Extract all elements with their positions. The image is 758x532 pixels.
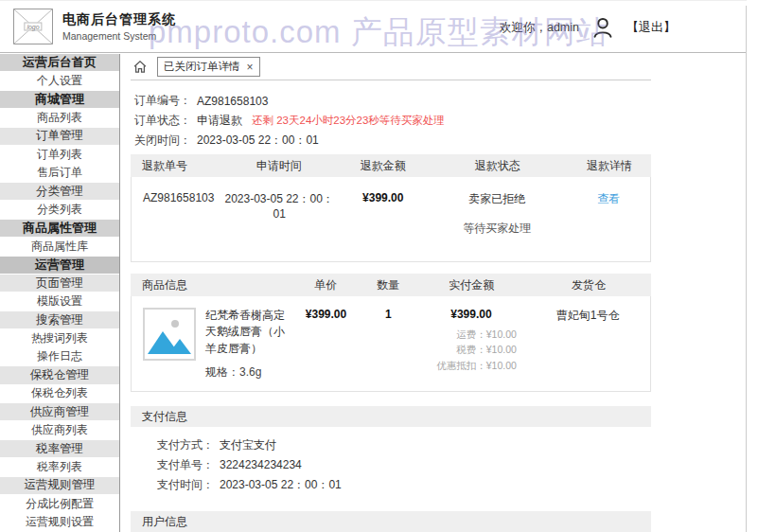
sidebar-item-aftersale-orders[interactable]: 售后订单	[0, 165, 119, 183]
refund-status-line1: 卖家已拒绝	[468, 191, 525, 207]
product-qty: 1	[360, 308, 416, 381]
logout-button[interactable]: 【退出】	[626, 19, 676, 36]
sidebar-group-tax-management[interactable]: 税率管理	[0, 440, 119, 458]
refund-detail: 查看	[567, 191, 650, 237]
app-header: logo 电商后台管理系统 Management System 欢迎你，admi…	[0, 0, 747, 53]
order-status-row: 订单状态： 申请退款 还剩 23天24小时23分23秒等待买家处理	[134, 111, 651, 131]
tab-bar: 已关闭订单详情 ×	[131, 54, 651, 80]
sidebar-group-order-management[interactable]: 订单管理	[0, 128, 119, 146]
header-right: 欢迎你，admin 【退出】	[500, 1, 676, 54]
product-row: 纪梵希香榭高定天鹅绒唇膏（小羊皮唇膏） 规格：3.6g ¥399.00 1 ¥3…	[131, 296, 651, 392]
refund-apply-time: 2023-03-05 22：00：01	[220, 191, 339, 237]
refund-row: AZ981658103 2023-03-05 22：00：01 ¥399.00 …	[131, 177, 651, 262]
payment-section-title: 支付信息	[131, 406, 651, 427]
fee-discount: 优惠抵扣：¥10.00	[426, 358, 517, 373]
product-price: ¥399.00	[292, 308, 360, 381]
product-name: 纪梵希香榭高定天鹅绒唇膏（小羊皮唇膏）	[205, 309, 285, 355]
sidebar-item-page-management[interactable]: 页面管理	[0, 275, 119, 293]
payment-time-label: 支付时间：	[131, 477, 214, 493]
sidebar-item-operation-rule-settings[interactable]: 运营规则设置	[0, 514, 119, 532]
payment-section: 支付信息 支付方式： 支付宝支付 支付单号： 3224234234234 支付时…	[131, 406, 651, 497]
tab-closed-order-detail[interactable]: 已关闭订单详情 ×	[157, 57, 260, 77]
payment-time-row: 支付时间： 2023-03-05 22：00：01	[131, 475, 651, 495]
order-number-label: 订单编号：	[134, 93, 191, 109]
sidebar-item-attribute-library[interactable]: 商品属性库	[0, 238, 119, 256]
sidebar-group-category-management[interactable]: 分类管理	[0, 183, 119, 201]
payment-number-label: 支付单号：	[131, 457, 214, 473]
paid-amount: ¥399.00	[450, 308, 491, 321]
sidebar-item-ops-home[interactable]: 运营后台首页	[0, 54, 119, 72]
user-section: 用户信息 姓名： 李某某 昵称： 小仙女 手机号： 18515006024 身份…	[131, 511, 651, 532]
sidebar-item-supplier-list[interactable]: 供应商列表	[0, 421, 119, 439]
payment-number-value: 3224234234234	[220, 458, 302, 471]
product-col-qty: 数量	[360, 277, 417, 293]
app-subtitle: Management System	[62, 30, 176, 42]
product-table: 商品信息 单价 数量 实付金额 发货仓	[131, 274, 651, 392]
refund-amount: ¥399.00	[339, 191, 427, 237]
logo: logo	[13, 9, 53, 44]
user-avatar-icon[interactable]	[589, 13, 617, 42]
product-table-header: 商品信息 单价 数量 实付金额 发货仓	[131, 274, 651, 296]
sidebar-group-operation-rules[interactable]: 运营规则管理	[0, 477, 119, 495]
refund-no: AZ981658103	[132, 191, 220, 237]
refund-col-status: 退款状态	[428, 158, 569, 174]
app-title: 电商后台管理系统	[62, 11, 176, 28]
product-col-paid: 实付金额	[417, 277, 527, 293]
sidebar-item-commission-config[interactable]: 分成比例配置	[0, 495, 119, 513]
sidebar-item-bonded-warehouse-list[interactable]: 保税仓列表	[0, 385, 119, 403]
sidebar-item-operation-log[interactable]: 操作日志	[0, 348, 119, 366]
order-info: 订单编号： AZ981658103 订单状态： 申请退款 还剩 23天24小时2…	[131, 80, 651, 154]
fee-shipping: 运费：¥10.00	[426, 327, 517, 342]
image-placeholder-icon	[146, 310, 193, 358]
order-status-value: 申请退款	[197, 113, 242, 129]
close-time-row: 关闭时间： 2023-03-05 22：00：01	[134, 131, 651, 151]
sidebar: 运营后台首页 个人设置 商城管理 商品列表 订单管理 订单列表 售后订单 分类管…	[0, 54, 120, 532]
fee-tax: 税费：¥10.00	[426, 342, 517, 357]
home-icon[interactable]	[132, 60, 148, 74]
payment-method-label: 支付方式：	[131, 437, 214, 453]
main-content: 已关闭订单详情 × 订单编号： AZ981658103 订单状态： 申请退款 还…	[121, 54, 651, 532]
sidebar-item-order-list[interactable]: 订单列表	[0, 146, 119, 164]
product-image	[143, 308, 196, 361]
tab-label: 已关闭订单详情	[164, 60, 240, 74]
refund-table-header: 退款单号 申请时间 退款金额 退款状态 退款详情	[131, 154, 651, 177]
payment-fields: 支付方式： 支付宝支付 支付单号： 3224234234234 支付时间： 20…	[131, 427, 651, 497]
product-info-cell: 纪梵希香榭高定天鹅绒唇膏（小羊皮唇膏） 规格：3.6g	[132, 308, 292, 381]
refund-col-detail: 退款详情	[568, 158, 651, 174]
tab-close-icon[interactable]: ×	[247, 61, 254, 74]
payment-time-value: 2023-03-05 22：00：01	[220, 477, 342, 493]
view-refund-link[interactable]: 查看	[597, 191, 620, 207]
product-spec: 规格：3.6g	[205, 364, 292, 381]
welcome-text: 欢迎你，admin	[500, 20, 579, 36]
app-titles: 电商后台管理系统 Management System	[62, 11, 176, 42]
fee-breakdown: 运费：¥10.00 税费：¥10.00 优惠抵扣：¥10.00	[426, 327, 517, 373]
app-window: pmproto.com 产品原型素材网站 logo 电商后台管理系统 Manag…	[0, 0, 758, 532]
sidebar-group-mall-management[interactable]: 商城管理	[0, 91, 119, 109]
sidebar-item-product-list[interactable]: 商品列表	[0, 109, 119, 127]
order-number-value: AZ981658103	[197, 95, 268, 108]
product-col-price: 单价	[292, 277, 361, 293]
status-countdown: 还剩 23天24小时23分23秒等待买家处理	[252, 114, 445, 128]
payment-method-row: 支付方式： 支付宝支付	[131, 435, 651, 455]
sidebar-group-operation-management[interactable]: 运营管理	[0, 257, 119, 275]
sidebar-item-tax-list[interactable]: 税率列表	[0, 458, 119, 476]
sidebar-item-hot-search-list[interactable]: 热搜词列表	[0, 329, 119, 347]
logo-label: logo	[24, 23, 42, 31]
sidebar-group-supplier-management[interactable]: 供应商管理	[0, 403, 119, 421]
refund-status: 卖家已拒绝 等待买家处理	[427, 191, 567, 237]
refund-col-time: 申请时间	[220, 158, 340, 174]
sidebar-item-personal-settings[interactable]: 个人设置	[0, 72, 119, 90]
sidebar-group-search-management[interactable]: 搜索管理	[0, 311, 119, 329]
payment-method-value: 支付宝支付	[220, 437, 276, 453]
sidebar-group-attribute-management[interactable]: 商品属性管理	[0, 220, 119, 238]
refund-status-line2: 等待买家处理	[463, 221, 531, 237]
product-text: 纪梵希香榭高定天鹅绒唇膏（小羊皮唇膏） 规格：3.6g	[205, 308, 292, 381]
sidebar-item-template-settings[interactable]: 模版设置	[0, 293, 119, 310]
product-col-info: 商品信息	[131, 277, 292, 293]
product-paid-cell: ¥399.00 运费：¥10.00 税费：¥10.00 优惠抵扣：¥10.00	[416, 308, 525, 381]
refund-col-amount: 退款金额	[339, 158, 428, 174]
warehouse-name: 曹妃甸1号仓	[525, 308, 650, 381]
order-status-label: 订单状态：	[134, 113, 191, 129]
sidebar-group-bonded-warehouse[interactable]: 保税仓管理	[0, 366, 119, 384]
sidebar-item-category-list[interactable]: 分类列表	[0, 201, 119, 219]
